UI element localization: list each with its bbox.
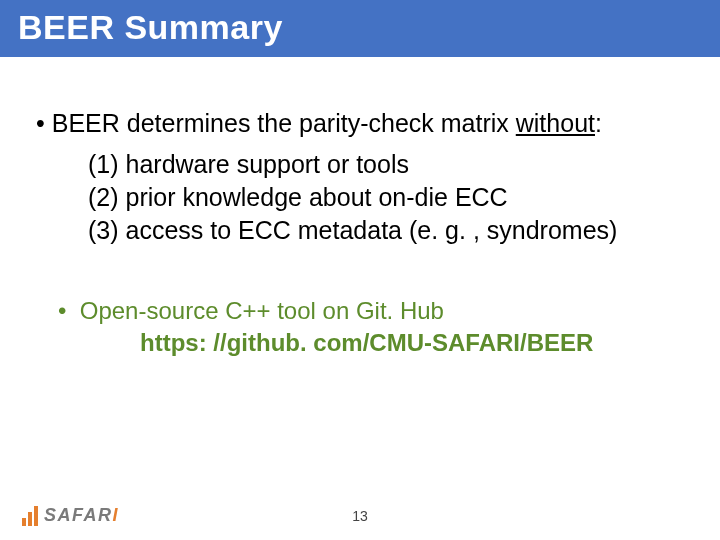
- page-number: 13: [352, 508, 368, 524]
- subitem-1: (1) hardware support or tools: [88, 148, 684, 181]
- title-bar: BEER Summary: [0, 0, 720, 57]
- subitem-3: (3) access to ECC metadata (e. g. , synd…: [88, 214, 684, 247]
- bullet-2-block: • Open-source C++ tool on Git. Hub https…: [58, 297, 684, 357]
- bullet-2: • Open-source C++ tool on Git. Hub: [58, 297, 684, 325]
- bullet-2-text: Open-source C++ tool on Git. Hub: [80, 297, 444, 324]
- bullet-1-lead: BEER determines the parity-check matrix: [52, 109, 516, 137]
- bullet-1: • BEER determines the parity-check matri…: [36, 107, 684, 140]
- slide-body: • BEER determines the parity-check matri…: [0, 57, 720, 357]
- slide-title: BEER Summary: [18, 8, 702, 47]
- bullet-2-url: https: //github. com/CMU-SAFARI/BEER: [140, 329, 684, 357]
- bullet-1-colon: :: [595, 109, 602, 137]
- logo-bars-icon: [22, 506, 38, 526]
- safari-logo: SAFARI: [22, 505, 119, 526]
- logo-text: SAFARI: [44, 505, 119, 526]
- bullet-1-subitems: (1) hardware support or tools (2) prior …: [88, 148, 684, 247]
- subitem-2: (2) prior knowledge about on-die ECC: [88, 181, 684, 214]
- slide: BEER Summary • BEER determines the parit…: [0, 0, 720, 540]
- bullet-1-without: without: [516, 109, 595, 137]
